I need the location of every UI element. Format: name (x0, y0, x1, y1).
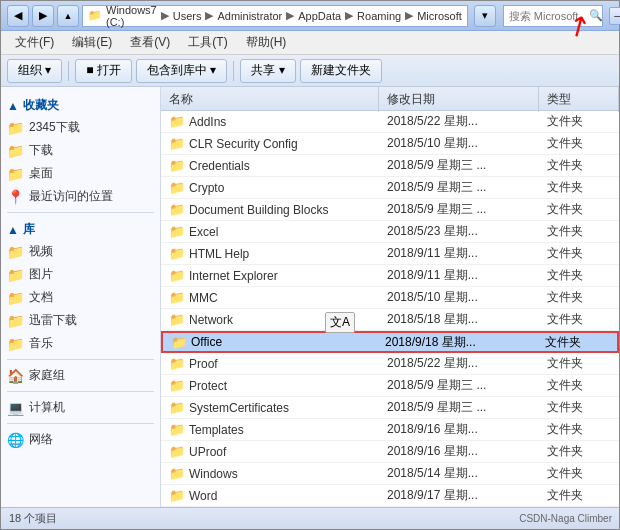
menu-tools[interactable]: 工具(T) (180, 32, 235, 53)
sidebar-item-download[interactable]: 📁 下载 (1, 139, 160, 162)
file-cell-name: 📁Office (163, 333, 377, 351)
file-row[interactable]: 📁Proof2018/5/22 星期...文件夹 (161, 353, 619, 375)
folder-icon: 📁 (169, 488, 185, 503)
header-type[interactable]: 类型 (539, 87, 619, 112)
folder-icon: 📁 (169, 422, 185, 437)
sidebar-item-pictures[interactable]: 📁 图片 (1, 263, 160, 286)
organize-button[interactable]: 组织 ▾ (7, 59, 62, 83)
sidebar-item-thunder[interactable]: 📁 迅雷下载 (1, 309, 160, 332)
folder-icon: 📁 (169, 180, 185, 195)
file-row[interactable]: 📁HTML Help2018/9/11 星期...文件夹 (161, 243, 619, 265)
header-date[interactable]: 修改日期 (379, 87, 539, 112)
file-cell-type: 文件夹 (537, 333, 617, 351)
file-row[interactable]: 📁Protect2018/5/9 星期三 ...文件夹 (161, 375, 619, 397)
minimize-button[interactable]: — (609, 7, 620, 25)
file-cell-type: 文件夹 (539, 243, 619, 264)
file-row[interactable]: 📁SystemCertificates2018/5/9 星期三 ...文件夹 (161, 397, 619, 419)
sidebar-item-2345[interactable]: 📁 2345下载 (1, 116, 160, 139)
file-cell-date: 2018/9/17 星期... (379, 485, 539, 506)
explorer-window: ◀ ▶ ▲ 📁 Windows7 (C:) ▶ Users ▶ Administ… (0, 0, 620, 530)
file-cell-type: 文件夹 (539, 199, 619, 220)
file-cell-type: 文件夹 (539, 155, 619, 176)
file-cell-name: 📁Word (161, 485, 379, 506)
file-cell-date: 2018/5/10 星期... (379, 133, 539, 154)
file-row[interactable]: 📁Office2018/9/18 星期...文件夹 (161, 331, 619, 353)
file-row[interactable]: 📁AddIns2018/5/22 星期...文件夹 (161, 111, 619, 133)
new-folder-button[interactable]: 新建文件夹 (300, 59, 382, 83)
sidebar-item-recent[interactable]: 📍 最近访问的位置 (1, 185, 160, 208)
file-cell-name: 📁Proof (161, 353, 379, 374)
folder-icon: 📁 (169, 158, 185, 173)
search-input[interactable] (509, 10, 589, 22)
file-name: HTML Help (189, 247, 249, 261)
header-name[interactable]: 名称 (161, 87, 379, 112)
file-name: Credentials (189, 159, 250, 173)
address-part-0: Windows7 (C:) (106, 4, 157, 28)
search-icon: 🔍 (589, 9, 603, 22)
sidebar-item-homegroup[interactable]: 🏠 家庭组 (1, 364, 160, 387)
file-row[interactable]: 📁Windows2018/5/14 星期...文件夹 (161, 463, 619, 485)
file-rows-container: 📁AddIns2018/5/22 星期...文件夹📁CLR Security C… (161, 111, 619, 507)
file-cell-type: 文件夹 (539, 441, 619, 462)
sidebar-item-video[interactable]: 📁 视频 (1, 240, 160, 263)
translate-icon: 文A (325, 312, 355, 333)
address-dropdown[interactable]: ▾ (474, 5, 496, 27)
folder-icon: 📁 (169, 356, 185, 371)
file-row[interactable]: 📁Excel2018/5/23 星期...文件夹 (161, 221, 619, 243)
file-cell-date: 2018/5/10 星期... (379, 287, 539, 308)
file-row[interactable]: 📁Credentials2018/5/9 星期三 ...文件夹 (161, 155, 619, 177)
documents-icon: 📁 (7, 290, 24, 306)
file-cell-type: 文件夹 (539, 353, 619, 374)
sidebar-item-computer[interactable]: 💻 计算机 (1, 396, 160, 419)
file-cell-type: 文件夹 (539, 111, 619, 132)
menu-view[interactable]: 查看(V) (122, 32, 178, 53)
back-button[interactable]: ◀ (7, 5, 29, 27)
file-cell-name: 📁MMC (161, 287, 379, 308)
file-cell-name: 📁Templates (161, 419, 379, 440)
file-cell-date: 2018/5/14 星期... (379, 463, 539, 484)
file-list: 名称 修改日期 类型 📁AddIns2018/5/22 星期...文件夹📁CLR… (161, 87, 619, 507)
file-cell-name: 📁Windows (161, 463, 379, 484)
folder-icon: 📁 (7, 120, 24, 136)
up-button[interactable]: ▲ (57, 5, 79, 27)
include-library-button[interactable]: 包含到库中 ▾ (136, 59, 227, 83)
sidebar-item-music[interactable]: 📁 音乐 (1, 332, 160, 355)
sidebar-sep-1 (7, 212, 154, 213)
folder-icon: 📁 (169, 114, 185, 129)
file-cell-name: 📁HTML Help (161, 243, 379, 264)
menu-edit[interactable]: 编辑(E) (64, 32, 120, 53)
library-label: ▲ 库 (1, 217, 160, 240)
file-cell-date: 2018/5/22 星期... (379, 111, 539, 132)
title-bar: ◀ ▶ ▲ 📁 Windows7 (C:) ▶ Users ▶ Administ… (1, 1, 619, 31)
sidebar-item-desktop[interactable]: 📁 桌面 (1, 162, 160, 185)
folder-icon: 📁 (169, 136, 185, 151)
file-name: Crypto (189, 181, 224, 195)
file-cell-date: 2018/5/9 星期三 ... (379, 199, 539, 220)
menu-file[interactable]: 文件(F) (7, 32, 62, 53)
file-name: AddIns (189, 115, 226, 129)
file-row[interactable]: 📁Network2018/5/18 星期...文件夹 (161, 309, 619, 331)
address-bar[interactable]: 📁 Windows7 (C:) ▶ Users ▶ Administrator … (82, 5, 468, 27)
file-row[interactable]: 📁UProof2018/9/16 星期...文件夹 (161, 441, 619, 463)
share-button[interactable]: 共享 ▾ (240, 59, 295, 83)
file-row[interactable]: 📁Internet Explorer2018/9/11 星期...文件夹 (161, 265, 619, 287)
sidebar-item-documents[interactable]: 📁 文档 (1, 286, 160, 309)
file-cell-type: 文件夹 (539, 419, 619, 440)
menu-help[interactable]: 帮助(H) (238, 32, 295, 53)
status-bar: 18 个项目 (1, 507, 619, 529)
file-row[interactable]: 📁Crypto2018/5/9 星期三 ...文件夹 (161, 177, 619, 199)
sidebar-sep-4 (7, 423, 154, 424)
file-row[interactable]: 📁CLR Security Config2018/5/10 星期...文件夹 (161, 133, 619, 155)
sidebar-item-network[interactable]: 🌐 网络 (1, 428, 160, 451)
file-row[interactable]: 📁Word2018/9/17 星期...文件夹 (161, 485, 619, 507)
file-row[interactable]: 📁Document Building Blocks2018/5/9 星期三 ..… (161, 199, 619, 221)
file-cell-date: 2018/5/9 星期三 ... (379, 375, 539, 396)
file-row[interactable]: 📁Templates2018/9/16 星期...文件夹 (161, 419, 619, 441)
forward-button[interactable]: ▶ (32, 5, 54, 27)
file-name: Excel (189, 225, 218, 239)
folder-icon: 📁 (7, 166, 24, 182)
folder-icon: 📁 (169, 290, 185, 305)
open-button[interactable]: ■ 打开 (75, 59, 132, 83)
file-row[interactable]: 📁MMC2018/5/10 星期...文件夹 (161, 287, 619, 309)
file-cell-date: 2018/5/9 星期三 ... (379, 155, 539, 176)
